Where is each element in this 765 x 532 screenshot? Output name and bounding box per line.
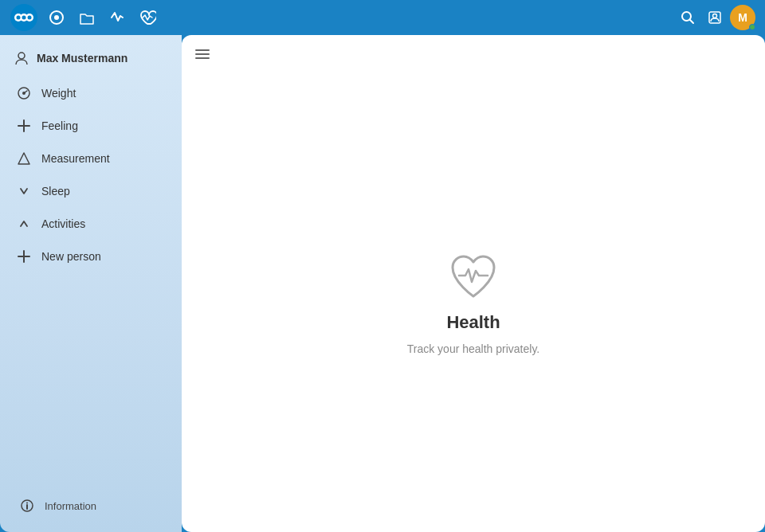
sidebar-item-information[interactable]: Information <box>6 490 175 522</box>
search-icon[interactable] <box>676 6 700 29</box>
sidebar-username: Max Mustermann <box>37 52 128 65</box>
sidebar-bottom: Information <box>0 483 182 532</box>
sidebar-item-sleep[interactable]: Sleep <box>3 175 178 207</box>
svg-point-13 <box>18 53 25 59</box>
svg-point-5 <box>22 16 26 20</box>
svg-point-12 <box>713 14 717 18</box>
sidebar-nav: Weight Feeling Measurement <box>0 76 182 483</box>
avatar[interactable]: M <box>730 5 755 30</box>
sidebar-item-activities[interactable]: Activities <box>3 208 178 240</box>
new-person-icon <box>16 248 32 264</box>
sidebar: Max Mustermann Weight Feeling <box>0 35 182 532</box>
sidebar-item-measurement[interactable]: Measurement <box>3 143 178 174</box>
feeling-icon <box>16 118 32 134</box>
sidebar-item-new-person[interactable]: New person <box>3 241 178 272</box>
content-main: Health Track your health privately. <box>182 76 765 532</box>
svg-point-6 <box>28 16 32 20</box>
svg-point-24 <box>26 503 28 504</box>
topbar: M <box>0 0 765 35</box>
sidebar-item-new-person-label: New person <box>41 250 101 263</box>
main-layout: Max Mustermann Weight Feeling <box>0 35 765 532</box>
sidebar-item-activities-label: Activities <box>41 217 85 230</box>
circle-nav-icon[interactable] <box>45 6 69 29</box>
online-status-dot <box>749 24 755 30</box>
content-area: Health Track your health privately. <box>182 35 765 532</box>
sidebar-item-sleep-label: Sleep <box>41 185 70 198</box>
folder-nav-icon[interactable] <box>75 6 99 29</box>
sidebar-item-weight-label: Weight <box>41 87 76 100</box>
health-nav-icon[interactable] <box>135 6 159 29</box>
health-icon <box>448 253 499 303</box>
hamburger-menu-icon[interactable] <box>194 46 210 65</box>
measurement-icon <box>16 151 32 166</box>
sleep-icon <box>16 183 32 199</box>
sidebar-item-information-label: Information <box>45 500 96 512</box>
health-title: Health <box>446 312 500 333</box>
sidebar-item-weight[interactable]: Weight <box>3 77 178 109</box>
svg-point-8 <box>54 15 59 20</box>
svg-line-10 <box>690 20 694 24</box>
nextcloud-logo[interactable] <box>10 3 38 32</box>
svg-marker-19 <box>18 153 29 164</box>
weight-icon <box>16 85 32 101</box>
health-subtitle: Track your health privately. <box>407 342 540 355</box>
sidebar-item-measurement-label: Measurement <box>41 152 110 165</box>
activities-icon <box>16 216 32 232</box>
content-topbar <box>182 35 765 76</box>
user-icon <box>13 49 30 67</box>
sidebar-user[interactable]: Max Mustermann <box>0 35 182 76</box>
sidebar-item-feeling[interactable]: Feeling <box>3 110 178 142</box>
activity-nav-icon[interactable] <box>105 6 129 29</box>
information-icon <box>19 498 35 514</box>
contacts-icon[interactable] <box>703 6 727 29</box>
svg-point-4 <box>17 16 21 20</box>
sidebar-item-feeling-label: Feeling <box>41 119 78 132</box>
